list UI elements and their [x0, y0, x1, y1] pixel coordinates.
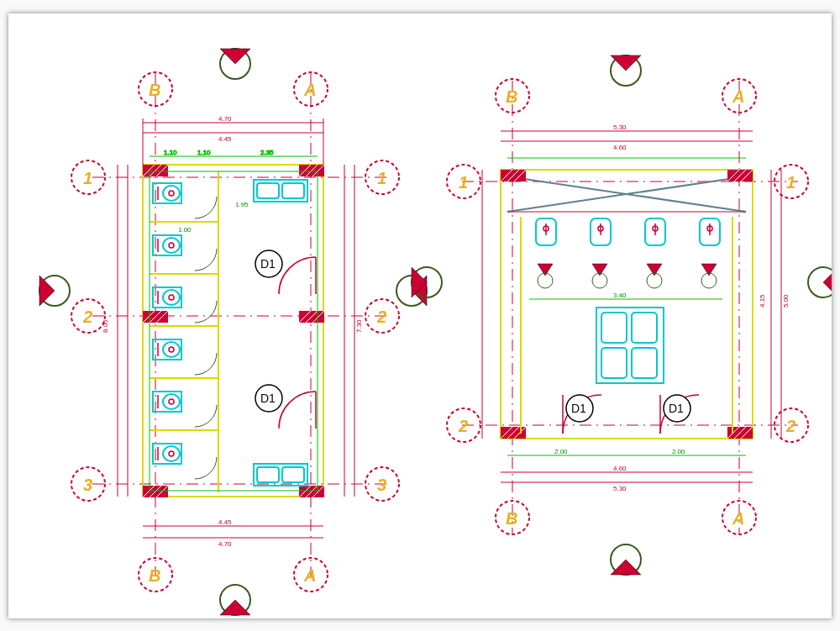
svg-text:1: 1 — [459, 173, 468, 192]
door-tag: D1 — [260, 257, 276, 271]
grid-letter: B — [149, 566, 160, 585]
svg-text:7.30: 7.30 — [355, 319, 363, 333]
svg-rect-81 — [632, 313, 657, 343]
svg-text:5.30: 5.30 — [613, 485, 627, 492]
svg-rect-80 — [601, 313, 627, 343]
svg-text:D1: D1 — [669, 402, 684, 415]
svg-text:5.30: 5.30 — [613, 124, 627, 131]
svg-rect-82 — [601, 348, 627, 378]
svg-text:1.00: 1.00 — [178, 226, 192, 234]
section-marker-icon — [808, 267, 832, 297]
svg-text:5.00: 5.00 — [782, 294, 790, 308]
grid-number: 1 — [83, 169, 92, 187]
svg-text:2.00: 2.00 — [554, 448, 568, 455]
svg-rect-71 — [501, 170, 753, 439]
svg-rect-70 — [501, 170, 753, 439]
grid-letter: A — [303, 566, 316, 585]
urinal-icon — [536, 218, 556, 245]
svg-text:1.95: 1.95 — [235, 201, 249, 208]
section-marker-icon — [611, 55, 641, 86]
section-marker-icon — [39, 276, 70, 306]
svg-text:4.60: 4.60 — [613, 465, 627, 472]
dim-string: 4.70 4.45 — [143, 115, 323, 165]
section-marker-icon — [611, 544, 641, 575]
paper-space[interactable]: B A B A 1 2 3 1 2 3 — [8, 13, 832, 618]
drawing-svg: B A B A 1 2 3 1 2 3 — [8, 13, 832, 618]
svg-text:4.70: 4.70 — [218, 540, 232, 548]
svg-text:B: B — [506, 509, 517, 528]
grid-number: 2 — [82, 308, 92, 326]
svg-text:4.70: 4.70 — [218, 115, 232, 123]
urinal-icon — [591, 218, 611, 245]
section-marker-icon — [220, 585, 250, 615]
svg-text:4.60: 4.60 — [613, 144, 627, 151]
svg-text:4.45: 4.45 — [218, 135, 232, 143]
urinal-icon — [700, 218, 720, 245]
svg-text:1.10: 1.10 — [197, 149, 211, 156]
svg-text:8.05: 8.05 — [102, 319, 109, 333]
grid-letter: A — [303, 81, 316, 99]
svg-text:2: 2 — [458, 417, 468, 435]
cad-viewport: B A B A 1 2 3 1 2 3 — [0, 0, 840, 631]
svg-text:A: A — [732, 509, 744, 528]
svg-text:1.10: 1.10 — [164, 149, 177, 156]
svg-text:4.15: 4.15 — [759, 294, 766, 308]
grid-number: 3 — [377, 476, 386, 494]
section-marker-icon — [220, 49, 250, 79]
svg-text:A: A — [732, 87, 744, 106]
grid-letter: B — [149, 81, 160, 99]
svg-text:3.40: 3.40 — [613, 292, 627, 299]
svg-text:2.00: 2.00 — [672, 448, 685, 455]
door-d1: D1 — [660, 395, 699, 434]
grid-number: 2 — [376, 308, 386, 326]
svg-text:1: 1 — [786, 173, 795, 192]
door-d1: D1 — [563, 395, 601, 434]
grid-number: 3 — [83, 476, 92, 494]
svg-text:D1: D1 — [571, 402, 586, 415]
svg-text:4.45: 4.45 — [218, 518, 232, 526]
sink-icon — [596, 308, 664, 383]
grid-number: 1 — [377, 169, 386, 187]
svg-rect-79 — [596, 308, 664, 383]
svg-text:B: B — [506, 87, 517, 106]
left-plan: B A B A 1 2 3 1 2 3 — [39, 49, 427, 615]
urinal-icon — [645, 218, 665, 245]
svg-text:2: 2 — [785, 417, 795, 435]
svg-text:2.35: 2.35 — [260, 149, 274, 156]
door-tag: D1 — [260, 392, 276, 405]
svg-rect-83 — [632, 348, 657, 378]
right-plan: B A B A 1 2 1 2 — [412, 55, 832, 575]
